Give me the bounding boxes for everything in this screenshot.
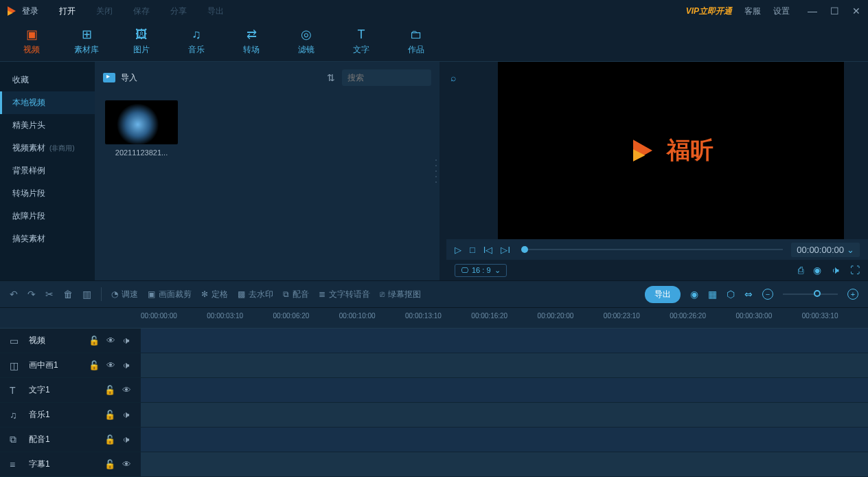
track-body[interactable] [141, 403, 868, 427]
playback-knob[interactable] [521, 246, 528, 253]
media-item[interactable]: 20211123821... [105, 100, 178, 157]
media-grid: 20211123821... [95, 93, 439, 280]
sidebar-local[interactable]: 本地视频 [0, 91, 95, 114]
track-body[interactable] [141, 428, 868, 452]
tts-button[interactable]: ≣文字转语音 [319, 289, 370, 300]
color-button[interactable]: ◉ [690, 289, 698, 300]
stop-button[interactable]: □ [470, 245, 475, 255]
tab-library[interactable]: ⊞素材库 [65, 22, 108, 61]
rotate-button[interactable]: ◉ [813, 265, 821, 276]
track-pip: ◫ 画中画1 🔓👁🕩 [0, 353, 868, 378]
speaker-icon[interactable]: 🕩 [122, 410, 131, 420]
speaker-icon[interactable]: 🕩 [122, 360, 131, 370]
split-button[interactable]: ▥ [82, 289, 91, 300]
lock-icon[interactable]: 🔓 [104, 459, 115, 469]
eye-icon[interactable]: 👁 [106, 335, 115, 346]
lock-icon[interactable]: 🔓 [89, 335, 100, 346]
lock-icon[interactable]: 🔓 [104, 385, 115, 395]
music-track-icon: ♫ [10, 410, 22, 421]
menu-open[interactable]: 打开 [59, 5, 76, 17]
record-button[interactable]: ⎚绿幕抠图 [380, 289, 421, 300]
eye-icon[interactable]: 👁 [122, 459, 131, 469]
lock-icon[interactable]: 🔓 [89, 360, 100, 370]
resize-handle[interactable] [435, 157, 438, 185]
prev-frame-button[interactable]: I◁ [483, 245, 493, 255]
import-button[interactable]: 导入 [103, 72, 137, 84]
freeze-button[interactable]: ✻定格 [201, 289, 228, 300]
watermark-button[interactable]: ▩去水印 [238, 289, 273, 300]
project-icon: 🗀 [409, 27, 424, 41]
sidebar-favorites[interactable]: 收藏 [0, 69, 95, 91]
vip-link[interactable]: VIP立即开通 [686, 5, 732, 17]
lock-icon[interactable]: 🔓 [104, 434, 115, 445]
sort-button[interactable]: ⇅ [327, 72, 335, 83]
ruler-tick: 00:00:26:20 [670, 308, 735, 328]
tab-video[interactable]: ▣视频 [10, 22, 53, 61]
minimize-button[interactable]: — [806, 5, 819, 17]
eye-icon[interactable]: 👁 [106, 360, 115, 370]
speed-button[interactable]: ◔调速 [111, 289, 138, 300]
grid-button[interactable]: ▦ [708, 289, 717, 300]
sidebar-background[interactable]: 背景样例 [0, 159, 95, 182]
dub-button[interactable]: ⧉配音 [283, 289, 309, 300]
sidebar-funny[interactable]: 搞笑素材 [0, 228, 95, 250]
tab-transition[interactable]: ⇄转场 [230, 22, 273, 61]
lock-icon[interactable]: 🔓 [104, 410, 115, 420]
speaker-icon[interactable]: 🕩 [122, 434, 131, 445]
sidebar-transition[interactable]: 转场片段 [0, 182, 95, 205]
sidebar-fine[interactable]: 精美片头 [0, 114, 95, 137]
volume-button[interactable]: 🕩 [831, 265, 841, 276]
fit-button[interactable]: ⇔ [744, 289, 753, 300]
maximize-button[interactable]: ☐ [828, 5, 841, 17]
close-button[interactable]: ✕ [850, 5, 863, 17]
export-button[interactable]: 导出 [645, 286, 681, 303]
ruler-tick: 00:00:16:20 [471, 308, 537, 328]
tab-music[interactable]: ♫音乐 [175, 22, 218, 61]
timeline-ruler[interactable]: 00:00:00:00 00:00:03:10 00:00:06:20 00:0… [0, 308, 868, 329]
search-input[interactable] [347, 73, 450, 82]
speaker-icon[interactable]: 🕩 [122, 335, 131, 346]
play-button[interactable]: ▷ [455, 245, 461, 255]
file-menu: 打开 关闭 保存 分享 导出 [59, 5, 224, 17]
undo-button[interactable]: ↶ [10, 289, 18, 300]
zoom-out-button[interactable]: − [762, 289, 773, 300]
search-box[interactable]: ⌕ [342, 69, 431, 86]
app-logo[interactable]: 登录 [5, 5, 38, 17]
fullscreen-button[interactable]: ⛶ [850, 265, 860, 276]
track-body[interactable] [141, 353, 868, 377]
crop-button[interactable]: ▣画面裁剪 [148, 289, 192, 300]
track-body[interactable] [141, 378, 868, 402]
delete-button[interactable]: 🗑 [63, 289, 73, 300]
preview-window[interactable]: 福昕 [498, 62, 844, 239]
track-body[interactable] [141, 452, 868, 476]
dub-icon: ⧉ [283, 289, 289, 299]
music-icon: ♫ [189, 27, 204, 41]
tab-project[interactable]: 🗀作品 [395, 22, 437, 61]
shield-button[interactable]: ⬡ [727, 289, 735, 300]
tab-filter[interactable]: ◎滤镜 [285, 22, 328, 61]
redo-button[interactable]: ↷ [27, 289, 36, 300]
foxit-logo-icon [628, 136, 657, 165]
media-thumbnail[interactable] [105, 100, 178, 144]
login-link[interactable]: 登录 [22, 5, 38, 17]
sidebar-glitch[interactable]: 故障片段 [0, 205, 95, 228]
service-link[interactable]: 客服 [744, 5, 761, 17]
sidebar-material[interactable]: 视频素材(非商用) [0, 137, 95, 159]
settings-link[interactable]: 设置 [773, 5, 790, 17]
tab-image[interactable]: 🖼图片 [120, 22, 163, 61]
playback-slider[interactable] [521, 249, 783, 250]
ruler-tick: 00:00:13:10 [405, 308, 471, 328]
eye-icon[interactable]: 👁 [122, 385, 131, 395]
timecode-dropdown-icon[interactable]: ⌄ [847, 245, 854, 255]
track-head: ◫ 画中画1 🔓👁🕩 [0, 353, 141, 377]
aspect-ratio-selector[interactable]: 🖵 16 : 9 ⌄ [455, 264, 507, 277]
next-frame-button[interactable]: ▷I [501, 245, 510, 255]
zoom-knob[interactable] [814, 290, 821, 297]
zoom-slider[interactable] [783, 293, 838, 295]
cut-button[interactable]: ✂ [45, 289, 54, 300]
tab-text[interactable]: T文字 [340, 22, 382, 61]
snapshot-button[interactable]: ⎙ [798, 265, 803, 276]
zoom-in-button[interactable]: + [847, 289, 858, 300]
search-icon[interactable]: ⌕ [450, 72, 456, 83]
track-body[interactable] [141, 329, 868, 353]
